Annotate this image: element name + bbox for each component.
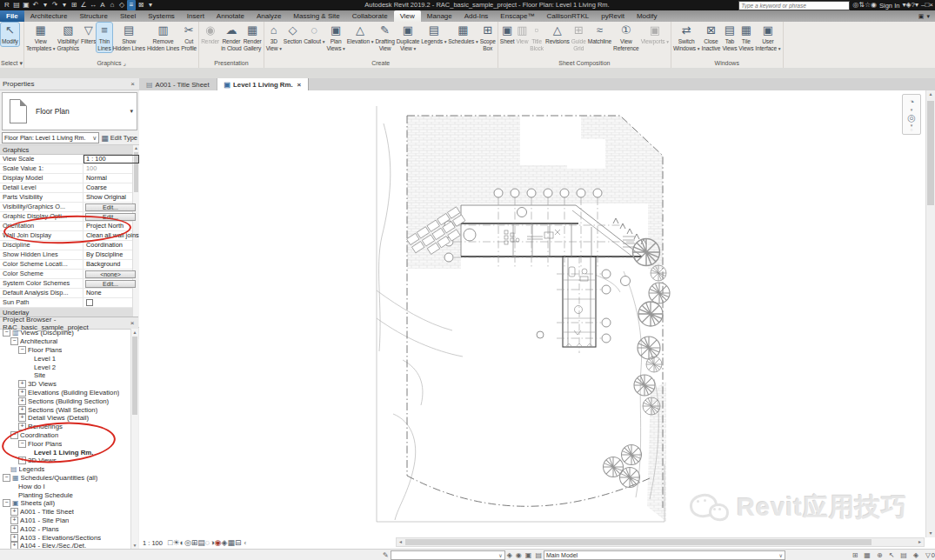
- ribbon-button-plan-views[interactable]: ▣PlanViews ▾: [325, 23, 345, 52]
- browser-item-floor-plans[interactable]: −Floor Plans: [0, 439, 131, 448]
- browser-item-3d-views[interactable]: +3D Views: [0, 380, 131, 389]
- expand-icon[interactable]: +: [18, 414, 26, 422]
- ribbon-button-view-templates[interactable]: ▦ViewTemplates ▾: [25, 23, 57, 52]
- browser-item-views-discipline[interactable]: −▥Views (Discipline): [0, 329, 131, 337]
- ribbon-button-switch-windows[interactable]: ⇄SwitchWindows ▾: [672, 23, 700, 52]
- communication-center-icon[interactable]: ⇅: [858, 1, 865, 9]
- ribbon-button-cut-profile[interactable]: ✂CutProfile: [180, 23, 197, 52]
- window-b-icon[interactable]: ▤: [535, 551, 542, 559]
- undo-icon[interactable]: ↶: [31, 0, 40, 10]
- ribbon-button-close-inactive[interactable]: ⊠CloseInactive: [700, 23, 721, 52]
- ribbon-tab-modify[interactable]: Modify: [631, 10, 664, 22]
- ribbon-button-legends[interactable]: ▤Legends ▾: [420, 23, 447, 46]
- scrollbar-thumb[interactable]: [132, 337, 137, 415]
- ribbon-button-callout[interactable]: ◌Callout ▾: [303, 23, 325, 46]
- browser-item-coordination[interactable]: −Coordination: [0, 431, 131, 440]
- collapse-icon[interactable]: ‹: [244, 539, 246, 547]
- expand-icon[interactable]: +: [10, 542, 18, 549]
- browser-scrollbar[interactable]: ▲ ▼: [130, 329, 138, 549]
- ribbon-tab-annotate[interactable]: Annotate: [210, 10, 250, 22]
- scroll-left-icon[interactable]: ◂: [397, 538, 404, 546]
- browser-item-detail-views-detail[interactable]: +Detail Views (Detail): [0, 414, 131, 423]
- ribbon-button-sheet[interactable]: ▣Sheet: [499, 23, 516, 46]
- ribbon-button-user-interface[interactable]: ▣UserInterface ▾: [754, 23, 781, 52]
- checkbox[interactable]: [86, 299, 93, 306]
- save-icon[interactable]: ▣: [22, 0, 30, 10]
- ribbon-tab-view[interactable]: View: [394, 10, 421, 22]
- collapse-icon[interactable]: −: [10, 337, 18, 345]
- measure-icon[interactable]: ∠: [79, 0, 88, 10]
- browser-item-floor-plans[interactable]: −Floor Plans: [0, 346, 131, 355]
- select-pinned-icon[interactable]: ⊕: [877, 551, 883, 559]
- browser-item-elevations-building-elevation[interactable]: +Elevations (Building Elevation): [0, 389, 131, 397]
- drag-on-selection-icon[interactable]: ↖: [889, 551, 895, 559]
- ribbon-tab-structure[interactable]: Structure: [73, 10, 113, 22]
- browser-item-how-do-i[interactable]: How do I: [0, 482, 131, 490]
- browser-item-legends[interactable]: ▤Legends: [0, 465, 131, 474]
- ribbon-button-elevation[interactable]: △Elevation ▾: [346, 23, 375, 46]
- view-tab-level-1-living-rm[interactable]: ▣Level 1 Living Rm.×: [217, 78, 310, 90]
- ribbon-button-view-reference[interactable]: ①ViewReference: [612, 23, 640, 52]
- scroll-up-icon[interactable]: ▴: [926, 90, 935, 98]
- ribbon-tab-architecture[interactable]: Architecture: [24, 10, 74, 22]
- ribbon-tab-steel[interactable]: Steel: [114, 10, 142, 22]
- close-view-tab-icon[interactable]: ×: [297, 81, 302, 89]
- collapse-icon[interactable]: −: [3, 474, 10, 482]
- property-edit-button[interactable]: <none>: [85, 270, 136, 278]
- open-icon[interactable]: ▤: [12, 0, 21, 10]
- browser-item-sections-wall-section[interactable]: +Sections (Wall Section): [0, 405, 131, 414]
- browser-item-renderings[interactable]: +Renderings: [0, 423, 131, 431]
- expand-icon[interactable]: +: [18, 397, 26, 405]
- ribbon-tab-pyrevit[interactable]: pyRevit: [595, 10, 631, 22]
- expand-icon[interactable]: +: [18, 423, 26, 430]
- temporary-view-properties-icon[interactable]: ▦: [227, 538, 235, 547]
- ribbon-tab-add-ins[interactable]: Add-Ins: [458, 10, 495, 22]
- sign-in-avatar-icon[interactable]: ◉: [871, 1, 877, 9]
- section-icon[interactable]: ◇: [117, 0, 126, 10]
- redo-icon[interactable]: ↷: [50, 0, 59, 10]
- browser-item-a102-plans[interactable]: +A102 - Plans: [0, 524, 131, 533]
- scroll-down-icon[interactable]: ▾: [926, 530, 935, 537]
- close-button[interactable]: ×: [929, 1, 933, 9]
- scale-button[interactable]: 1 : 100: [143, 539, 163, 547]
- sign-in-button[interactable]: Sign In: [879, 2, 899, 10]
- full-navigation-wheel-icon[interactable]: ◔: [909, 97, 915, 107]
- scroll-down-icon[interactable]: ▼: [131, 542, 138, 549]
- expand-icon[interactable]: +: [10, 534, 18, 542]
- browser-item-a001-title-sheet[interactable]: +A001 - Title Sheet: [0, 508, 131, 517]
- ribbon-button-revisions[interactable]: △Revisions: [544, 23, 571, 46]
- design-options-icon[interactable]: ✎: [383, 551, 389, 559]
- zoom-icon[interactable]: ◎: [907, 112, 916, 123]
- ribbon-button-tab-views[interactable]: ▤TabViews: [721, 23, 738, 52]
- ribbon-button-section[interactable]: ◇Section: [283, 23, 303, 46]
- collapse-icon[interactable]: −: [10, 431, 18, 439]
- ribbon-tab-collaborate[interactable]: Collaborate: [346, 10, 394, 22]
- expand-icon[interactable]: +: [10, 525, 18, 533]
- property-edit-button[interactable]: Edit...: [85, 203, 136, 211]
- type-selector[interactable]: Floor Plan ▾: [2, 92, 137, 130]
- browser-item-a103-elevations-sections[interactable]: +A103 - Elevations/Sections: [0, 533, 131, 542]
- browser-item-level-2[interactable]: Level 2: [0, 363, 131, 371]
- scroll-right-icon[interactable]: ▸: [916, 538, 924, 546]
- collapse-icon[interactable]: −: [3, 499, 10, 507]
- ribbon-button-scope-box[interactable]: ⊞ScopeBox: [479, 23, 497, 52]
- ribbon-button-tile-views[interactable]: ▦TileViews: [738, 23, 754, 52]
- browser-item-level-1[interactable]: Level 1: [0, 354, 131, 363]
- instance-selector-combo[interactable]: Floor Plan: Level 1 Living Rm. ∨: [2, 132, 99, 143]
- scroll-up-icon[interactable]: ▲: [131, 329, 138, 336]
- help-dropdown-icon[interactable]: ▾: [915, 1, 918, 9]
- vertical-scrollbar[interactable]: ▴ ▾: [925, 90, 935, 537]
- revit-logo-icon[interactable]: R: [3, 0, 11, 10]
- thin-lines-icon[interactable]: ≡: [127, 0, 136, 10]
- ribbon-tab-insert[interactable]: Insert: [181, 10, 210, 22]
- ribbon-button-modify[interactable]: ↖Modify: [1, 23, 19, 46]
- ribbon-tab-manage[interactable]: Manage: [421, 10, 458, 22]
- browser-item-architectural[interactable]: −Architectural: [0, 337, 131, 346]
- floor-plan-drawing[interactable]: [139, 90, 926, 537]
- property-edit-button[interactable]: Edit...: [85, 280, 136, 288]
- type-selector-caret-icon[interactable]: ▾: [130, 108, 133, 115]
- ribbon-button-visibility-graphics[interactable]: ▧Visibility/Graphics: [56, 23, 80, 52]
- ribbon-button-schedules[interactable]: ▦Schedules ▾: [447, 23, 478, 46]
- window-a-icon[interactable]: ▣: [525, 551, 532, 559]
- aligned-dimension-icon[interactable]: ↔: [89, 0, 97, 10]
